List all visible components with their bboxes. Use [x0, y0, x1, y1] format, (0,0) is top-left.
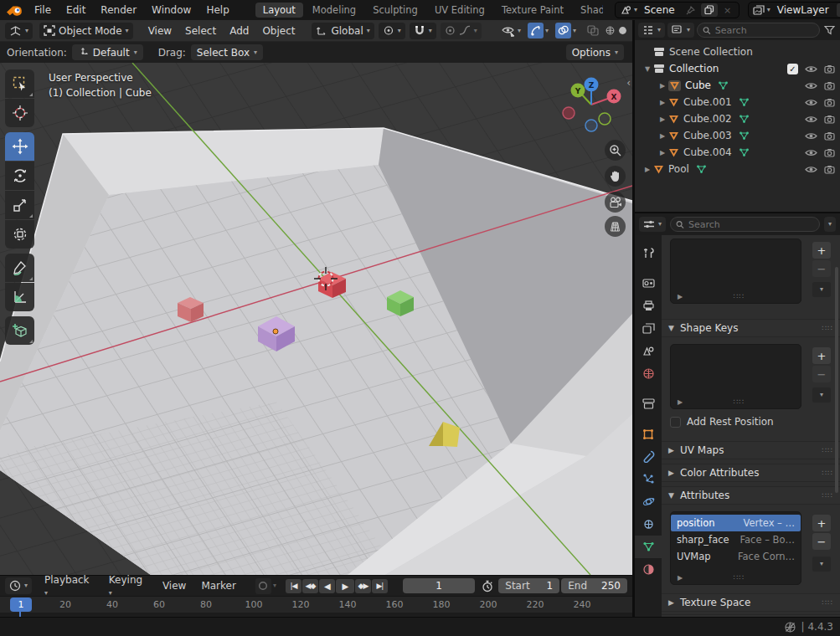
tool-scale[interactable]	[5, 191, 34, 219]
tab-render[interactable]	[635, 272, 662, 295]
selectability-group[interactable]: ▾	[502, 25, 521, 37]
tab-tool[interactable]	[635, 242, 662, 264]
disable-render-camera-icon[interactable]	[824, 165, 835, 174]
new-scene-button[interactable]	[701, 3, 718, 17]
disable-render-camera-icon[interactable]	[824, 131, 835, 141]
hide-eye-icon[interactable]	[805, 148, 817, 157]
view-layer-icon[interactable]	[750, 5, 767, 15]
tab-constraints[interactable]	[635, 513, 662, 536]
collection-checkbox[interactable]: ✓	[787, 64, 798, 74]
jump-to-start-button[interactable]: |◀	[286, 579, 301, 593]
panel-grip[interactable]: ∷∷	[822, 598, 833, 607]
panel-grip[interactable]: ∷∷	[822, 469, 833, 477]
outliner-editor-type-button[interactable]: ▾	[638, 23, 665, 38]
play-button[interactable]: ▶	[336, 579, 354, 593]
outliner-search[interactable]	[697, 23, 820, 38]
tab-physics[interactable]	[635, 490, 662, 513]
timeline-editor-type-button[interactable]: ▾	[5, 577, 32, 594]
list-expand-icon[interactable]: ▶	[678, 574, 683, 582]
expand-icon[interactable]: ▶	[657, 132, 668, 140]
list-expand-icon[interactable]: ▶	[678, 293, 683, 300]
hide-eye-icon[interactable]	[805, 81, 817, 90]
tool-rotate[interactable]	[5, 162, 34, 190]
add-shape-key-button[interactable]: +	[812, 347, 831, 364]
timeline-ruler[interactable]: 20 40 60 80 100 120 140 160 180 200 220 …	[0, 596, 632, 613]
menu-edit[interactable]: Edit	[59, 0, 93, 20]
options-dropdown[interactable]: Options ▾	[566, 44, 624, 60]
prev-keyframe-button[interactable]: ◀◆	[302, 579, 318, 593]
expand-icon[interactable]: ▶	[642, 166, 653, 173]
collection-expand-icon[interactable]: ▼	[642, 65, 653, 73]
properties-search[interactable]	[670, 217, 820, 232]
overlays-dropdown-chevron[interactable]: ▾	[573, 28, 576, 34]
gizmo-neg-z-ball[interactable]	[585, 120, 597, 131]
workspace-tab-shading[interactable]: Shad	[573, 3, 603, 18]
shape-keys-panel-header[interactable]: ▼Shape Keys∷∷	[662, 319, 840, 337]
hide-eye-icon[interactable]	[805, 64, 817, 74]
camera-view-button[interactable]	[605, 192, 626, 213]
uv-maps-panel-header[interactable]: ▶UV Maps∷∷	[662, 441, 840, 459]
outliner-row-cube003[interactable]: ▶ Cube.003	[635, 127, 840, 144]
list-expand-icon[interactable]: ▶	[678, 398, 683, 406]
xray-toggle[interactable]	[585, 23, 600, 38]
view-layer-name[interactable]: ViewLayer	[770, 4, 836, 16]
zoom-button[interactable]	[605, 140, 626, 161]
hide-eye-icon[interactable]	[805, 115, 817, 124]
scene-icon[interactable]	[617, 5, 634, 15]
tab-object[interactable]	[635, 423, 662, 445]
tab-world[interactable]	[635, 362, 662, 385]
hide-eye-icon[interactable]	[805, 131, 817, 141]
next-keyframe-button[interactable]: ◆▶	[355, 579, 371, 593]
attributes-panel-header[interactable]: ▼Attributes∷∷	[662, 486, 840, 505]
attribute-row-sharp-face[interactable]: sharp_face Face – Bo…	[671, 531, 801, 548]
panel-grip[interactable]: ∷∷	[822, 446, 833, 454]
tool-add-cube[interactable]	[5, 316, 34, 345]
tab-collection[interactable]	[635, 392, 662, 415]
menu-help[interactable]: Help	[198, 0, 236, 20]
add-rest-position-checkbox[interactable]	[670, 417, 681, 428]
pan-hand-button[interactable]	[605, 166, 626, 187]
attributes-list[interactable]: position Vertex – … sharp_face Face – Bo…	[670, 511, 801, 585]
outliner-row-pool[interactable]: ▶ Pool	[635, 161, 840, 177]
show-overlays-toggle[interactable]	[555, 23, 571, 38]
playhead[interactable]: 1	[10, 598, 32, 612]
add-item-button[interactable]: +	[812, 242, 831, 259]
snap-group[interactable]: ▾	[410, 23, 436, 39]
tab-output[interactable]	[635, 295, 662, 317]
workspace-tab-uv-editing[interactable]: UV Editing	[427, 3, 492, 18]
current-frame-field[interactable]: 1	[403, 578, 475, 593]
new-view-layer-button[interactable]	[837, 3, 840, 17]
remove-attribute-button[interactable]: −	[812, 533, 831, 550]
properties-scrollbar[interactable]	[835, 267, 838, 493]
show-gizmo-toggle[interactable]	[528, 23, 544, 38]
expand-icon[interactable]: ▶	[657, 149, 668, 156]
properties-search-input[interactable]	[688, 219, 814, 230]
menu-file[interactable]: File	[27, 0, 59, 20]
workspace-tab-layout[interactable]: Layout	[255, 3, 303, 18]
workspace-tab-texture-paint[interactable]: Texture Paint	[494, 3, 571, 18]
pin-icon[interactable]	[683, 3, 699, 17]
tab-particles[interactable]	[635, 468, 662, 490]
tab-scene[interactable]	[635, 340, 662, 362]
delete-scene-icon[interactable]: ×	[719, 3, 736, 17]
outliner-row-cube004[interactable]: ▶ Cube.004	[635, 144, 840, 161]
panel-grip[interactable]: ∷∷	[822, 324, 833, 332]
tab-modifiers[interactable]	[635, 445, 662, 468]
tool-annotate[interactable]	[5, 254, 34, 282]
list-grip[interactable]: ∷∷	[734, 292, 745, 300]
tool-select-box[interactable]	[5, 69, 34, 98]
menu-object[interactable]: Object	[255, 22, 301, 40]
color-attributes-panel-header[interactable]: ▶Color Attributes∷∷	[662, 464, 840, 482]
expand-icon[interactable]: ▶	[657, 99, 668, 106]
play-reverse-button[interactable]: ◀	[319, 579, 335, 593]
remove-shape-key-button[interactable]: −	[812, 366, 831, 382]
frame-start-field[interactable]: Start1	[498, 578, 559, 593]
attribute-row-position[interactable]: position Vertex – …	[671, 515, 801, 531]
gizmo-neg-x-ball[interactable]	[563, 107, 575, 119]
outliner-row-cube[interactable]: ▶ Cube	[635, 77, 840, 94]
add-attribute-button[interactable]: +	[812, 515, 831, 531]
tab-material[interactable]	[635, 558, 662, 581]
menu-playback[interactable]: Playback ▾	[37, 574, 101, 598]
tab-object-data[interactable]	[635, 536, 662, 558]
tab-view-layer[interactable]	[635, 317, 662, 340]
